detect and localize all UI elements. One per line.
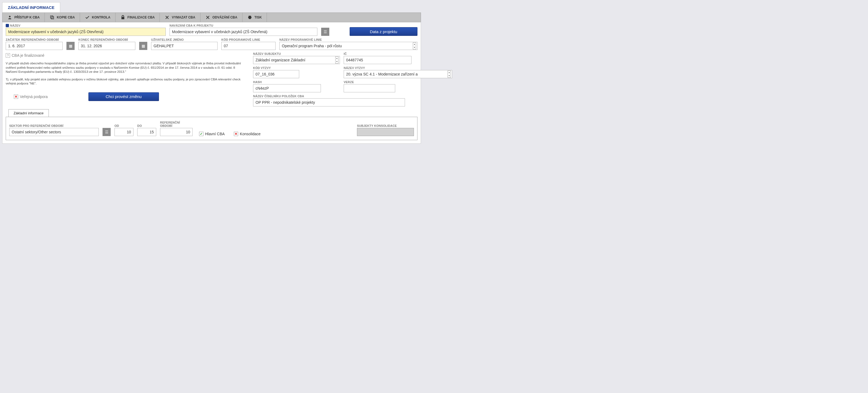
label-nazev-subjektu: NÁZEV SUBJEKTU: [253, 52, 340, 55]
label-do: DO: [137, 124, 156, 128]
subtab-basic-info[interactable]: Základní informace: [8, 109, 49, 117]
select-value: 20. výzva SC 4.1 - Modernizace zařízení …: [346, 72, 418, 76]
toolbar-copy-cba[interactable]: KOPIE CBA: [45, 13, 80, 22]
btn-zmena[interactable]: Chci provést změnu: [88, 92, 159, 101]
checkbox-hlavni-cba[interactable]: ✓: [199, 132, 204, 136]
select-value: Operační program Praha - pól růstu: [282, 44, 342, 48]
tab-basic-info[interactable]: ZÁKLADNÍ INFORMACE: [2, 2, 60, 12]
print-icon: [247, 15, 252, 20]
input-ref-obdobi[interactable]: [160, 128, 193, 136]
info-text-1: V případě služeb obecného hospodářského …: [6, 61, 244, 74]
label-uzivatel: UŽIVATELSKÉ JMÉNO: [151, 38, 218, 41]
label-od: OD: [115, 124, 133, 128]
toolbar-unbind[interactable]: ODVÁZÁNÍ CBA: [200, 13, 243, 22]
toolbar-finalize[interactable]: FINALIZACE CBA: [116, 13, 160, 22]
toolbar-access-cba[interactable]: PŘÍSTUP K CBA: [2, 13, 45, 22]
calendar-icon: ▦: [142, 44, 145, 48]
label-kod-vyzvy: KÓD VÝZVY: [253, 66, 340, 69]
label-hlavni-cba: Hlavní CBA: [205, 132, 225, 136]
label-verze: VERZE: [344, 80, 452, 84]
input-do[interactable]: [137, 128, 156, 136]
input-konec[interactable]: [79, 42, 135, 50]
label-navazani: NAVÁZÁNÍ CBA K PROJEKTU: [169, 24, 317, 27]
select-value: Základní organizace Základní: [255, 58, 305, 62]
toolbar-label: PŘÍSTUP K CBA: [14, 16, 40, 19]
label-verejna-podpora: Veřejná podpora: [20, 94, 48, 99]
label-sektor: SEKTOR PRO REFERENČNÍ OBDOBÍ: [9, 124, 99, 128]
input-od[interactable]: [115, 128, 133, 136]
spinner-icon: ▴▾: [447, 71, 451, 78]
label-kod-linie: KÓD PROGRAMOVÉ LINIE: [221, 38, 276, 41]
label-hash: HASH: [253, 80, 340, 84]
label-nazev: NÁZEV: [6, 24, 166, 27]
spinner-icon: ▴▾: [413, 43, 416, 50]
input-navazani[interactable]: [169, 28, 317, 36]
calendar-button-konec[interactable]: ▦: [139, 42, 147, 50]
calendar-button-zacatek[interactable]: ▦: [66, 42, 74, 50]
select-nazev-vyzvy[interactable]: 20. výzva SC 4.1 - Modernizace zařízení …: [344, 70, 452, 78]
check-icon: [85, 15, 90, 20]
toolbar-label: VYMAZAT CBA: [172, 16, 195, 19]
copy-icon: [50, 15, 55, 20]
calendar-icon: ▦: [69, 44, 72, 48]
list-icon: ☰: [105, 130, 108, 134]
select-nazev-linie[interactable]: Operační program Praha - pól růstu ▴▾: [279, 42, 417, 50]
input-kod-linie[interactable]: [221, 42, 276, 50]
input-hash[interactable]: [253, 84, 321, 92]
label-ic: IČ: [344, 52, 452, 55]
toolbar-print[interactable]: TISK: [243, 13, 267, 22]
input-sektor[interactable]: [9, 128, 99, 136]
x-icon: [205, 15, 210, 20]
input-uzivatel[interactable]: [151, 42, 218, 50]
checkbox-verejna-podpora[interactable]: ✕: [14, 94, 18, 99]
input-nazev-ciselniku[interactable]: [253, 98, 405, 107]
toolbar-check[interactable]: KONTROLA: [80, 13, 116, 22]
label-nazev-linie: NÁZEV PROGRAMOVÉ LINIE: [279, 38, 417, 41]
input-verze[interactable]: [344, 84, 395, 92]
list-button-navazani[interactable]: ☰: [321, 28, 329, 36]
text-finalized: CBA je finalizované: [12, 53, 44, 58]
label-konec: KONEC REFERENČNÍHO OBDOBÍ: [79, 38, 135, 41]
x-icon: [165, 15, 169, 20]
label-subjekty-kons: SUBJEKTY KONSOLIDACE: [357, 124, 414, 128]
list-button-sektor[interactable]: ☰: [102, 128, 111, 136]
help-icon[interactable]: ?: [6, 53, 10, 58]
input-ic[interactable]: [344, 56, 411, 64]
label-zacatek: ZAČÁTEK REFERENČNÍHO ODBOBÍ: [6, 38, 63, 41]
list-icon: ☰: [323, 30, 327, 34]
select-nazev-subjektu[interactable]: Základní organizace Základní ▴▾: [253, 56, 340, 64]
people-icon: [7, 15, 12, 20]
input-kod-vyzvy[interactable]: [253, 70, 299, 78]
checkbox-konsolidace[interactable]: ✕: [234, 132, 238, 136]
label-konsolidace: Konsolidace: [240, 132, 260, 136]
toolbar-label: KONTROLA: [92, 16, 111, 19]
toolbar: PŘÍSTUP K CBA KOPIE CBA KONTROLA FINALIZ…: [2, 12, 421, 22]
toolbar-label: FINALIZACE CBA: [127, 16, 155, 19]
lock-icon: [120, 15, 125, 20]
input-zacatek[interactable]: [6, 42, 63, 50]
btn-data-projektu[interactable]: Data z projektu: [350, 27, 417, 36]
input-subjekty-kons: [357, 128, 414, 136]
label-nazev-vyzvy: NÁZEV VÝZVY: [344, 66, 452, 69]
toolbar-label: ODVÁZÁNÍ CBA: [212, 16, 237, 19]
label-ref-obdobi: REFERENČNÍ OBDOBÍ: [160, 121, 193, 128]
toolbar-delete[interactable]: VYMAZAT CBA: [160, 13, 200, 22]
label-nazev-ciselniku: NÁZEV ČÍSELNÍKU POLOŽEK CBA: [253, 94, 452, 98]
toolbar-label: TISK: [254, 16, 262, 19]
spinner-icon: ▴▾: [335, 56, 339, 63]
input-nazev[interactable]: [6, 28, 166, 36]
toolbar-label: KOPIE CBA: [57, 16, 75, 19]
info-text-2: Tj. v případě, kdy projekt sice zakládá …: [6, 77, 244, 86]
